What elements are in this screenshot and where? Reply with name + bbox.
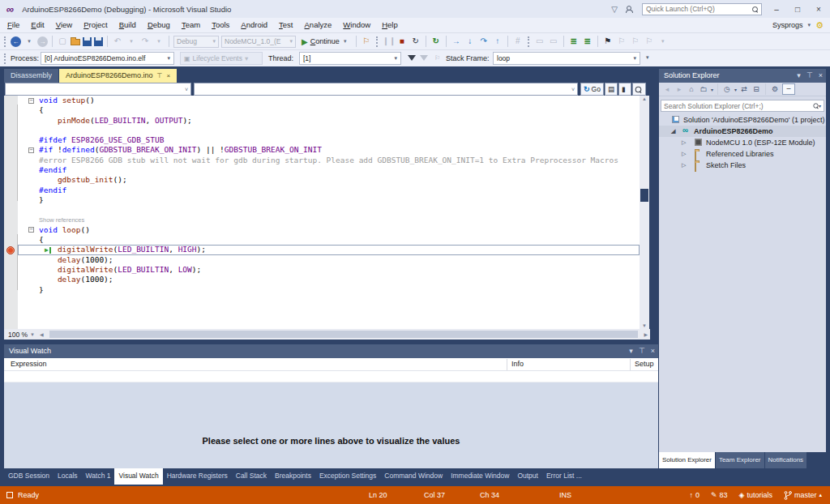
- status-line[interactable]: Ln 20: [369, 491, 387, 499]
- filter-dropdown-icon[interactable]: ▾: [734, 87, 737, 92]
- code-line[interactable]: pinMode(LED_BUILTIN, OUTPUT);: [18, 116, 640, 126]
- breakpoint-window-icon[interactable]: ⚐: [361, 34, 372, 49]
- pending-changes-filter-icon[interactable]: ◷: [722, 85, 732, 93]
- tree-item-referenced-libraries[interactable]: ▷Referenced Libraries: [659, 148, 826, 160]
- window-position-icon[interactable]: ▾: [629, 344, 633, 358]
- indent-increase-icon[interactable]: ≣: [582, 34, 593, 49]
- expander-icon[interactable]: ▷: [682, 137, 686, 148]
- toolbar-grip[interactable]: [4, 36, 6, 47]
- repository-status[interactable]: ◈tutorials: [739, 491, 772, 499]
- code-line[interactable]: gdbstub_init();: [18, 175, 640, 185]
- document-outline-icon[interactable]: ▤: [605, 83, 618, 96]
- branch-status[interactable]: master▴: [784, 491, 822, 500]
- redo-icon[interactable]: ↷: [139, 34, 151, 49]
- filter-threads-icon[interactable]: [408, 55, 416, 61]
- panel-tab-notifications[interactable]: Notifications: [765, 452, 807, 468]
- tree-item-solution-arduinoesp8266demo-1-[interactable]: Solution 'ArduinoESP8266Demo' (1 project…: [659, 114, 826, 126]
- pin-icon[interactable]: ⊤: [806, 69, 813, 83]
- continue-button[interactable]: ▶ Continue ▾: [298, 35, 352, 49]
- tag-icon[interactable]: ▮: [618, 83, 631, 96]
- properties-icon[interactable]: ⚙: [770, 85, 780, 93]
- step-over-icon[interactable]: ↷: [478, 34, 490, 49]
- refresh-icon[interactable]: ↻: [430, 34, 442, 49]
- tool-tab-exception-settings[interactable]: Exception Settings: [315, 468, 380, 485]
- tool-tab-watch-1[interactable]: Watch 1: [82, 468, 115, 485]
- code-line[interactable]: −void loop(): [18, 225, 640, 235]
- clear-bookmarks-icon[interactable]: ⚐: [644, 34, 655, 49]
- save-all-icon[interactable]: [94, 37, 103, 46]
- hex-display-icon[interactable]: #: [512, 34, 524, 49]
- menu-edit[interactable]: Edit: [25, 18, 49, 32]
- navigate-back-button[interactable]: ←: [11, 36, 21, 47]
- scrollbar-thumb[interactable]: [640, 189, 648, 202]
- home-icon[interactable]: ⌂: [687, 85, 696, 93]
- preview-selected-items-toggle[interactable]: –: [782, 83, 795, 95]
- forward-icon[interactable]: ▸: [674, 85, 684, 93]
- zoom-dropdown-icon[interactable]: ▼: [28, 332, 37, 337]
- toolbar-overflow-icon[interactable]: ▾: [646, 54, 649, 61]
- title-bar[interactable]: ∞ ArduinoESP8266Demo (Debugging) - Micro…: [0, 0, 830, 18]
- column-setup[interactable]: Setup: [635, 360, 654, 368]
- account-icon[interactable]: [626, 6, 634, 13]
- editor-zoom-dropdown[interactable]: 100 %: [4, 331, 28, 339]
- navigate-forward-button[interactable]: →: [37, 36, 48, 47]
- editor-vertical-scrollbar[interactable]: ▲ ▼: [640, 96, 649, 329]
- account-name[interactable]: Sysprogs: [772, 21, 803, 29]
- back-icon[interactable]: ◂: [662, 85, 672, 93]
- tree-item-sketch-files[interactable]: ▷Sketch Files: [659, 160, 826, 171]
- find-icon[interactable]: [632, 83, 646, 96]
- feedback-icon[interactable]: ▽: [611, 5, 618, 14]
- board-dropdown[interactable]: NodeMCU_1.0_(E▾: [221, 36, 296, 48]
- code-line[interactable]: −void setup(): [18, 96, 640, 105]
- panel-tab-solution-explorer[interactable]: Solution Explorer: [659, 452, 715, 468]
- tree-item-nodemcu-1-0-esp-12e-module-[interactable]: ▷NodeMCU 1.0 (ESP-12E Module): [659, 137, 826, 148]
- solution-config-dropdown[interactable]: Debug▾: [173, 36, 219, 48]
- menu-build[interactable]: Build: [113, 18, 142, 32]
- toolbar-grip[interactable]: [376, 36, 379, 47]
- close-icon[interactable]: ×: [651, 344, 655, 358]
- column-info[interactable]: Info: [511, 360, 524, 368]
- scroll-up-icon[interactable]: ▲: [640, 96, 649, 101]
- navigate-bookmarks-icon[interactable]: ▭: [534, 34, 545, 49]
- tool-tab-breakpoints[interactable]: Breakpoints: [271, 468, 315, 485]
- watch-empty-row[interactable]: [4, 371, 658, 382]
- indent-decrease-icon[interactable]: ≣: [568, 34, 580, 49]
- code-line[interactable]: [18, 126, 640, 135]
- step-out-icon[interactable]: ↑: [492, 34, 503, 49]
- quick-launch-box[interactable]: [642, 3, 762, 15]
- menu-project[interactable]: Project: [78, 18, 113, 32]
- breakpoint-icon[interactable]: [6, 246, 15, 254]
- restart-icon[interactable]: ↻: [410, 34, 421, 49]
- tree-item-arduinoesp8266demo[interactable]: ◢∞ArduinoESP8266Demo: [659, 126, 826, 137]
- undo-dropdown-icon[interactable]: ▾: [126, 34, 137, 49]
- redo-dropdown-icon[interactable]: ▾: [153, 34, 165, 49]
- switch-views-icon[interactable]: 🗀: [699, 85, 708, 93]
- editor-horizontal-scrollbar[interactable]: 100 % ▼ ◀ ▶: [4, 329, 650, 340]
- folder-bookmarks-icon[interactable]: ▭: [548, 34, 559, 49]
- status-column[interactable]: Col 37: [424, 491, 445, 499]
- code-line[interactable]: }: [18, 195, 640, 205]
- scroll-left-icon[interactable]: ◀: [37, 331, 46, 337]
- window-position-icon[interactable]: ▾: [797, 69, 801, 83]
- expander-icon[interactable]: ◢: [671, 126, 675, 137]
- toolbar-grip[interactable]: [4, 53, 6, 64]
- pending-changes-status[interactable]: ✎83: [711, 491, 728, 499]
- collapse-all-icon[interactable]: ⊟: [751, 85, 761, 93]
- fold-toggle-icon[interactable]: −: [28, 98, 34, 104]
- quick-launch-input[interactable]: [646, 5, 752, 13]
- expander-icon[interactable]: ▷: [682, 148, 686, 160]
- tool-tab-immediate-window[interactable]: Immediate Window: [447, 468, 513, 485]
- stop-debugging-icon[interactable]: ■: [396, 34, 408, 49]
- pin-icon[interactable]: ⊤: [157, 69, 163, 83]
- menu-tools[interactable]: Tools: [206, 18, 235, 32]
- continue-dropdown-icon[interactable]: ▾: [342, 34, 349, 49]
- code-line[interactable]: {: [18, 235, 640, 245]
- tool-tab-call-stack[interactable]: Call Stack: [232, 468, 271, 485]
- pin-icon[interactable]: ⊤: [639, 344, 645, 358]
- code-line[interactable]: #endif: [18, 165, 640, 175]
- new-file-icon[interactable]: ▢: [57, 34, 68, 49]
- search-dropdown-icon[interactable]: ▾: [819, 103, 821, 109]
- code-line[interactable]: digitalWrite(LED_BUILTIN, LOW);: [18, 265, 640, 275]
- doc-tab-disassembly[interactable]: Disassembly: [4, 69, 58, 83]
- code-line[interactable]: −#if !defined(GDBSTUB_BREAK_ON_INIT) || …: [18, 145, 640, 155]
